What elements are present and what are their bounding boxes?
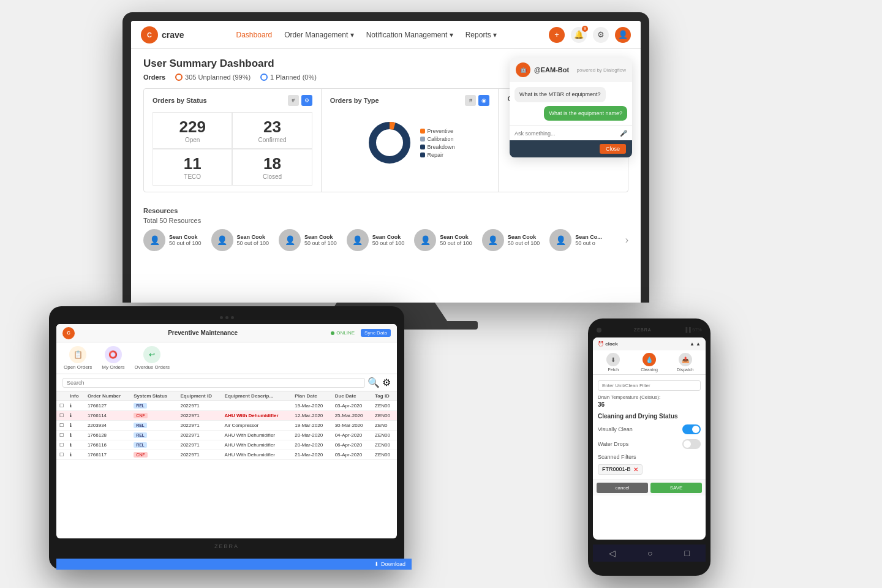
tab-fetch[interactable]: ⬇ Fetch [597,353,630,372]
phone-header: ⏰ clock ▲ ▲ [593,337,706,350]
tab-dispatch[interactable]: 📤 Dispatch [668,353,702,372]
table-row[interactable]: ☐ ℹ 1766116 REL 2022971 AHU With Dehumid… [56,440,397,450]
row1-info: ℹ [67,401,85,411]
notification-badge: 🔔 9 [571,27,587,43]
row4-plan: 20-Mar-2020 [292,431,331,440]
status-closed: 18 Closed [232,149,312,186]
drain-temp-value: 36 [598,401,701,408]
unplanned-icon [175,74,183,81]
cancel-button[interactable]: cancel [597,483,648,493]
chart-hash-icon[interactable]: # [288,95,299,106]
table-row[interactable]: ☐ ℹ 2203934 REL 2022971 Air Compressor 1… [56,421,397,431]
chart-status-title: Orders by Status [153,97,207,104]
phone-tabs: ⬇ Fetch 💧 Cleaning 📤 Dispatch [593,350,706,375]
nav-link-dashboard[interactable]: Dashboard [236,31,273,39]
row5-tag: ZEN00 [372,440,397,450]
settings-button[interactable]: ⚙ [593,27,609,43]
resource-name-7: Sean Co... [575,234,602,240]
add-button[interactable]: + [549,27,565,43]
resource-info-7: Sean Co... 50 out o [575,234,602,246]
toolbar-open-orders[interactable]: 📋 Open Orders [64,346,92,370]
row6-tag: ZEN00 [372,450,397,460]
legend-preventive: Preventive [420,128,455,134]
resource-stat-7: 50 out o [575,240,602,246]
planned-badge: 1 Planned (0%) [260,74,317,81]
nav-logo: C crave [141,26,184,43]
col-order-number: Order Number [85,391,130,401]
row4-order: 1766128 [85,431,130,440]
tab-cleaning[interactable]: 💧 Cleaning [633,353,666,372]
row5-status: REL [130,440,177,450]
row1-checkbox[interactable]: ☐ [56,401,67,411]
chart-orders-by-type: Orders by Type # ◉ [322,89,499,192]
fetch-tab-icon: ⬇ [606,353,620,366]
table-row[interactable]: ☐ ℹ 1766117 CNF 2022971 AHU With Dehumid… [56,450,397,460]
table-row[interactable]: ☐ ℹ 1766127 REL 2022971 19-Mar-2020 03-A… [56,401,397,411]
chart-gear-icon[interactable]: ⚙ [301,95,312,106]
nav-link-notifications[interactable]: Notification Management ▾ [366,31,453,39]
row4-checkbox[interactable]: ☐ [56,431,67,440]
tablet-toolbar: 📋 Open Orders ⭕ My Orders ↩ Overdue Orde… [56,342,397,374]
recents-button[interactable]: □ [685,548,690,558]
open-orders-label: Open Orders [64,364,92,370]
phone-bottom-buttons: cancel SAVE [593,480,706,496]
status-grid: 229 Open 23 Confirmed 11 TECO [153,112,312,186]
row4-info: ℹ [67,431,85,440]
notification-count: 9 [582,26,588,32]
row6-status: CNF [130,450,177,460]
chatbot-close-button[interactable]: Close [600,144,626,154]
my-orders-label: My Orders [102,364,124,370]
row5-checkbox[interactable]: ☐ [56,440,67,450]
chat-message-2[interactable]: What is the equipment name? [544,106,627,121]
home-button[interactable]: ○ [647,548,652,558]
resource-name-3: Sean Cook [304,234,337,240]
cleaning-tab-label: Cleaning [641,368,658,372]
row3-tag: ZEN0 [372,421,397,431]
user-avatar[interactable]: 👤 [615,27,631,43]
chatbot-powered-by: powered by Dialogflow [573,67,626,73]
phone-frame: ZEBRA ▐▐ 97% ⏰ clock ▲ ▲ ⬇ Fetch 💧 Clean… [588,318,710,576]
table-row[interactable]: ☐ ℹ 1766114 CNF 2022971 AHU With Dehumid… [56,411,397,421]
row3-checkbox[interactable]: ☐ [56,421,67,431]
toolbar-my-orders[interactable]: ⭕ My Orders [102,346,124,370]
row2-checkbox[interactable]: ☐ [56,411,67,421]
resource-info-5: Sean Cook 50 out of 100 [440,234,472,246]
row1-status: REL [130,401,177,411]
row6-checkbox[interactable]: ☐ [56,450,67,460]
back-button[interactable]: ◁ [609,548,616,558]
resource-avatar-5: 👤 [414,229,436,251]
nav-link-orders[interactable]: Order Management ▾ [284,31,353,39]
status-open: 229 Open [153,112,232,149]
dispatch-tab-icon: 📤 [679,353,692,366]
water-drops-row: Water Drops [598,439,701,449]
tablet-search-input[interactable] [62,378,365,388]
resource-card-2: 👤 Sean Cook 50 out of 100 [211,229,270,251]
closed-count: 18 [239,154,305,173]
sync-button[interactable]: Sync Data [361,329,391,337]
unit-filter-input[interactable] [598,380,701,391]
save-button[interactable]: SAVE [650,483,702,493]
chart-type-header: Orders by Type # ◉ [330,95,490,106]
fetch-tab-label: Fetch [608,368,619,372]
unplanned-badge: 305 Unplanned (99%) [175,74,251,81]
remove-tag-button[interactable]: ✕ [633,466,638,473]
visually-clean-row: Visually Clean [598,424,701,434]
chart-type-hash-icon[interactable]: # [465,95,476,106]
resources-next-arrow[interactable]: › [625,235,628,246]
legend-repair-dot [420,153,425,157]
resource-name-6: Sean Cook [508,234,540,240]
row6-order: 1766117 [85,450,130,460]
row1-due: 03-Apr-2020 [332,401,372,411]
chart-type-chart-icon[interactable]: ◉ [478,95,489,106]
nav-link-reports[interactable]: Reports ▾ [466,31,497,39]
table-row[interactable]: ☐ ℹ 1766128 REL 2022971 AHU With Dehumid… [56,431,397,440]
svg-point-0 [372,126,407,160]
filter-icon[interactable]: ⚙ [382,377,391,388]
water-drops-toggle[interactable] [682,439,701,449]
toolbar-overdue-orders[interactable]: ↩ Overdue Orders [135,346,170,370]
visually-clean-toggle[interactable] [682,424,701,434]
chatbot-mic-icon[interactable]: 🎤 [620,130,627,137]
chatbot-input-field[interactable] [514,130,617,137]
col-equipment-desc: Equipment Descrip... [222,391,292,401]
row4-due: 04-Apr-2020 [332,431,372,440]
